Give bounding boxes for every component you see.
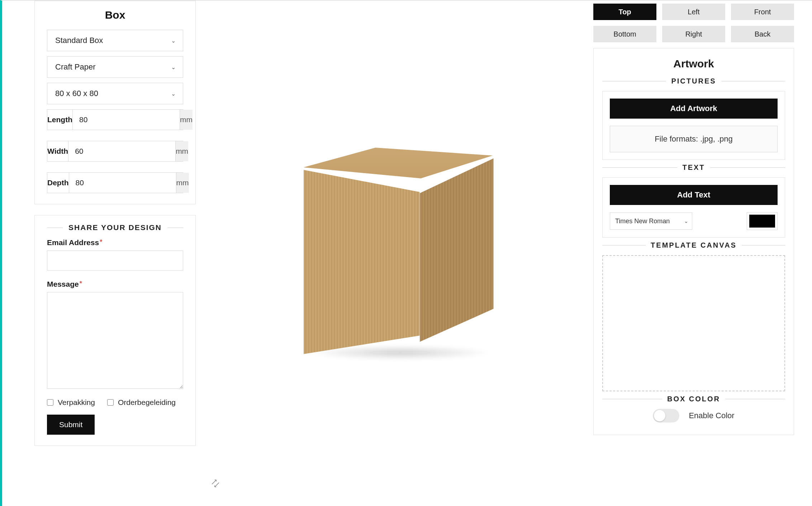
- chevron-down-icon: ⌄: [171, 90, 176, 97]
- artwork-title: Artwork: [602, 58, 785, 70]
- template-canvas[interactable]: [602, 255, 785, 391]
- checkbox-orderbegeleiding-box[interactable]: [107, 399, 114, 406]
- box-config-panel: Box Standard Box ⌄ Craft Paper ⌄ 80 x 60…: [34, 1, 196, 204]
- length-row: Length mm: [47, 109, 183, 130]
- width-label: Width: [47, 141, 68, 161]
- email-label: Email Address*: [47, 238, 183, 247]
- template-canvas-heading: TEMPLATE CANVAS: [602, 241, 785, 249]
- preview-area: [206, 1, 590, 506]
- message-label: Message*: [47, 280, 183, 288]
- share-panel: SHARE YOUR DESIGN Email Address* Message…: [34, 215, 196, 446]
- depth-unit: mm: [176, 173, 189, 193]
- email-input[interactable]: [47, 250, 183, 271]
- add-text-button[interactable]: Add Text: [610, 185, 778, 205]
- checkbox-verpakking[interactable]: Verpakking: [47, 398, 95, 407]
- box-size-value: 80 x 60 x 80: [55, 89, 98, 98]
- length-label: Length: [47, 110, 73, 130]
- view-bottom-button[interactable]: Bottom: [593, 26, 656, 42]
- toggle-knob: [654, 410, 665, 421]
- pictures-section: Add Artwork File formats: .jpg, .png: [602, 91, 785, 160]
- chevron-down-icon: ⌄: [684, 218, 688, 224]
- box-color-heading: BOX COLOR: [602, 395, 785, 403]
- length-unit: mm: [180, 110, 193, 130]
- box-3d-preview[interactable]: [301, 148, 495, 359]
- length-input[interactable]: [73, 110, 180, 130]
- resize-handle-icon[interactable]: [211, 479, 220, 488]
- view-right-button[interactable]: Right: [662, 26, 725, 42]
- share-heading: SHARE YOUR DESIGN: [47, 223, 183, 232]
- add-artwork-button[interactable]: Add Artwork: [610, 99, 778, 119]
- chevron-down-icon: ⌄: [171, 37, 176, 44]
- font-family-select[interactable]: Times New Roman ⌄: [610, 213, 692, 230]
- text-color-picker[interactable]: [747, 212, 778, 230]
- width-row: Width mm: [47, 141, 183, 162]
- text-section: Add Text Times New Roman ⌄: [602, 177, 785, 238]
- view-top-button[interactable]: Top: [593, 4, 656, 20]
- view-front-button[interactable]: Front: [731, 4, 794, 20]
- depth-row: Depth mm: [47, 172, 183, 193]
- enable-color-label: Enable Color: [689, 411, 734, 420]
- box-type-select[interactable]: Standard Box ⌄: [47, 30, 183, 51]
- checkbox-orderbegeleiding[interactable]: Orderbegeleiding: [107, 398, 176, 407]
- message-textarea[interactable]: [47, 292, 183, 389]
- view-selector: Top Left Front Bottom Right Back: [593, 4, 794, 42]
- width-input[interactable]: [68, 141, 175, 161]
- enable-color-toggle[interactable]: [653, 409, 679, 423]
- box-material-select[interactable]: Craft Paper ⌄: [47, 56, 183, 78]
- chevron-down-icon: ⌄: [171, 64, 176, 71]
- view-left-button[interactable]: Left: [662, 4, 725, 20]
- box-material-value: Craft Paper: [55, 62, 96, 72]
- box-panel-title: Box: [47, 9, 183, 21]
- width-unit: mm: [175, 141, 188, 161]
- color-swatch: [749, 215, 775, 228]
- box-type-value: Standard Box: [55, 36, 103, 45]
- depth-input[interactable]: [69, 173, 176, 193]
- box-size-select[interactable]: 80 x 60 x 80 ⌄: [47, 83, 183, 104]
- depth-label: Depth: [47, 173, 69, 193]
- file-formats-info: File formats: .jpg, .png: [610, 126, 778, 152]
- submit-button[interactable]: Submit: [47, 415, 95, 435]
- view-back-button[interactable]: Back: [731, 26, 794, 42]
- checkbox-verpakking-box[interactable]: [47, 399, 53, 406]
- artwork-panel: Artwork PICTURES Add Artwork File format…: [593, 48, 794, 435]
- text-heading: TEXT: [602, 163, 785, 172]
- pictures-heading: PICTURES: [602, 77, 785, 85]
